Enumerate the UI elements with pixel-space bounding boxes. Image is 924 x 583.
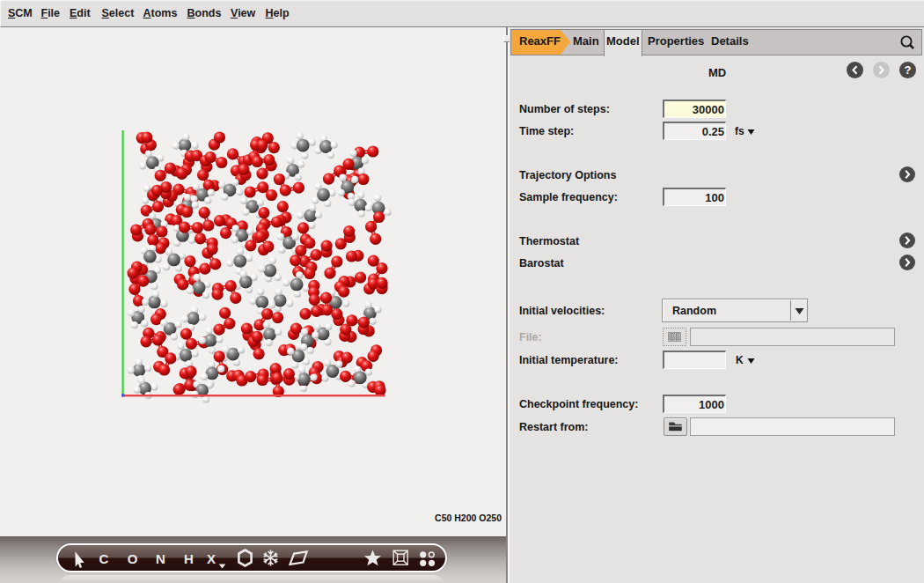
svg-text:O: O [128,551,138,566]
svg-text:N: N [156,551,165,566]
svg-text:X: X [207,551,216,566]
svg-text:?: ? [904,63,911,77]
svg-text:C: C [99,551,109,566]
svg-text:H: H [184,551,194,566]
